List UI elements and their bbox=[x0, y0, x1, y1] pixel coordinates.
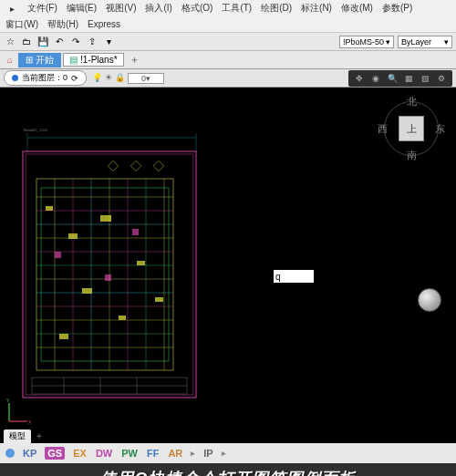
layer-dropdown[interactable]: 0 ▾ bbox=[128, 73, 164, 84]
svg-rect-28 bbox=[119, 316, 126, 320]
viewcube-north[interactable]: 北 bbox=[407, 95, 417, 109]
menu-bar-row1: ▸ 文件(F) 编辑(E) 视图(V) 插入(I) 格式(O) 工具(T) 绘图… bbox=[0, 0, 456, 16]
model-viewport[interactable]: Base&C_1.0.6 上 北 南 西 东 q Y X 模型 ＋ bbox=[0, 88, 456, 443]
pan-icon[interactable]: ✥ bbox=[354, 73, 365, 84]
view-cube[interactable]: 上 北 南 西 东 bbox=[379, 97, 443, 160]
chevron-right-icon[interactable]: ▸ bbox=[191, 449, 195, 458]
command-input[interactable]: q bbox=[274, 270, 314, 283]
video-caption: 使用Q快捷命令打开图符图例面板 bbox=[0, 463, 456, 476]
svg-rect-30 bbox=[155, 297, 163, 302]
status-dw[interactable]: DW bbox=[95, 448, 113, 459]
grid-icon: ⊞ bbox=[26, 55, 33, 65]
layer-combo[interactable]: ByLayer▾ bbox=[398, 36, 452, 48]
svg-rect-31 bbox=[55, 252, 61, 258]
status-ip[interactable]: IP bbox=[202, 448, 213, 459]
tab-model[interactable]: 模型 bbox=[4, 429, 31, 443]
menu-tools[interactable]: 工具(T) bbox=[222, 2, 252, 15]
open-icon[interactable]: 🗀 bbox=[20, 36, 33, 48]
menu-annotate[interactable]: 标注(N) bbox=[301, 2, 332, 15]
tab-add-button[interactable]: ＋ bbox=[126, 53, 143, 67]
bulb-icon[interactable]: 💡 bbox=[92, 73, 102, 84]
svg-text:X: X bbox=[28, 419, 32, 425]
svg-rect-27 bbox=[82, 288, 92, 294]
svg-rect-36 bbox=[153, 160, 163, 171]
view-icon[interactable]: ▦ bbox=[403, 73, 414, 84]
properties-toolbar: 当前图层：0 ⟳ 💡 ☀ 🔒 0 ▾ ✥ ◉ 🔍 ▦ ▧ ⚙ bbox=[0, 69, 456, 88]
new-icon[interactable]: ☆ bbox=[4, 36, 16, 48]
current-layer-label: 当前图层：0 bbox=[22, 72, 67, 84]
share-icon[interactable]: ⇪ bbox=[86, 36, 98, 48]
svg-rect-26 bbox=[137, 261, 145, 265]
save-icon[interactable]: 💾 bbox=[36, 36, 49, 48]
layer-color-dot bbox=[12, 75, 18, 81]
status-ex[interactable]: EX bbox=[72, 448, 88, 459]
navigation-wheel[interactable] bbox=[418, 288, 441, 312]
svg-rect-25 bbox=[100, 215, 111, 222]
file-icon: ▤ bbox=[69, 55, 78, 65]
more-icon[interactable]: ▾ bbox=[102, 36, 115, 48]
tab-file-plans[interactable]: ▤ !1-Plans* bbox=[63, 53, 124, 67]
linetype-combo[interactable]: !PboMS-50▾ bbox=[339, 36, 394, 48]
svg-text:Base&C_1.0.6: Base&C_1.0.6 bbox=[24, 128, 48, 132]
home-icon[interactable]: ⌂ bbox=[4, 54, 16, 67]
lock-icon[interactable]: 🔒 bbox=[115, 73, 125, 84]
app-icon: ▸ bbox=[5, 2, 18, 15]
redo-icon[interactable]: ↷ bbox=[69, 36, 82, 48]
menu-express[interactable]: Express bbox=[88, 19, 120, 29]
viewcube-east[interactable]: 东 bbox=[435, 122, 445, 136]
svg-rect-29 bbox=[59, 334, 68, 339]
config-icon[interactable]: ⚙ bbox=[436, 73, 447, 84]
layout-tab-strip: 模型 ＋ bbox=[4, 429, 44, 443]
current-layer-pill[interactable]: 当前图层：0 ⟳ bbox=[4, 70, 87, 86]
orbit-icon[interactable]: ◉ bbox=[370, 73, 381, 84]
menu-modify[interactable]: 修改(M) bbox=[341, 2, 373, 15]
status-ar[interactable]: AR bbox=[167, 448, 183, 459]
viewcube-west[interactable]: 西 bbox=[378, 122, 388, 136]
refresh-icon[interactable]: ⟳ bbox=[71, 74, 78, 83]
menu-draw[interactable]: 绘图(D) bbox=[261, 2, 292, 15]
tab-start[interactable]: ⊞ 开始 bbox=[18, 53, 61, 67]
undo-icon[interactable]: ↶ bbox=[53, 36, 66, 48]
svg-rect-24 bbox=[68, 233, 78, 239]
menu-param[interactable]: 参数(P) bbox=[382, 2, 412, 15]
svg-rect-32 bbox=[105, 274, 111, 281]
file-tab-bar: ⌂ ⊞ 开始 ▤ !1-Plans* ＋ bbox=[0, 51, 456, 69]
svg-rect-35 bbox=[130, 160, 140, 171]
menu-help[interactable]: 帮助(H) bbox=[47, 18, 78, 31]
status-pw[interactable]: PW bbox=[120, 448, 139, 459]
status-ff[interactable]: FF bbox=[146, 448, 160, 459]
menu-format[interactable]: 格式(O) bbox=[181, 2, 212, 15]
sun-icon[interactable]: ☀ bbox=[105, 73, 112, 84]
svg-rect-33 bbox=[132, 229, 139, 235]
menu-file[interactable]: 文件(F) bbox=[27, 2, 57, 15]
menu-insert[interactable]: 插入(I) bbox=[145, 2, 171, 15]
quick-access-toolbar: ☆ 🗀 💾 ↶ ↷ ⇪ ▾ !PboMS-50▾ ByLayer▾ bbox=[0, 33, 456, 51]
status-gs[interactable]: GS bbox=[45, 447, 65, 460]
drawing-content: Base&C_1.0.6 bbox=[18, 124, 210, 425]
menu-bar-row2: 窗口(W) 帮助(H) Express bbox=[0, 16, 456, 33]
viewcube-south[interactable]: 南 bbox=[407, 149, 417, 162]
view-controls: ✥ ◉ 🔍 ▦ ▧ ⚙ bbox=[348, 70, 452, 87]
zoom-icon[interactable]: 🔍 bbox=[387, 73, 398, 84]
menu-edit[interactable]: 编辑(E) bbox=[67, 2, 97, 15]
menu-view[interactable]: 视图(V) bbox=[106, 2, 136, 15]
ucs-icon: Y X bbox=[5, 398, 33, 425]
status-kp[interactable]: KP bbox=[22, 448, 37, 459]
status-bar: KP GS EX DW PW FF AR ▸ IP ▸ bbox=[0, 443, 456, 463]
status-dot-icon[interactable] bbox=[5, 449, 15, 458]
viewcube-ring bbox=[384, 101, 439, 156]
svg-rect-23 bbox=[46, 206, 53, 211]
svg-text:Y: Y bbox=[6, 398, 10, 403]
svg-rect-34 bbox=[108, 160, 118, 171]
layout-add-icon[interactable]: ＋ bbox=[35, 429, 44, 442]
menu-window[interactable]: 窗口(W) bbox=[5, 18, 38, 31]
style-icon[interactable]: ▧ bbox=[420, 73, 430, 84]
layer-tools: 💡 ☀ 🔒 0 ▾ bbox=[92, 73, 164, 84]
chevron-right-icon-2[interactable]: ▸ bbox=[222, 449, 226, 458]
